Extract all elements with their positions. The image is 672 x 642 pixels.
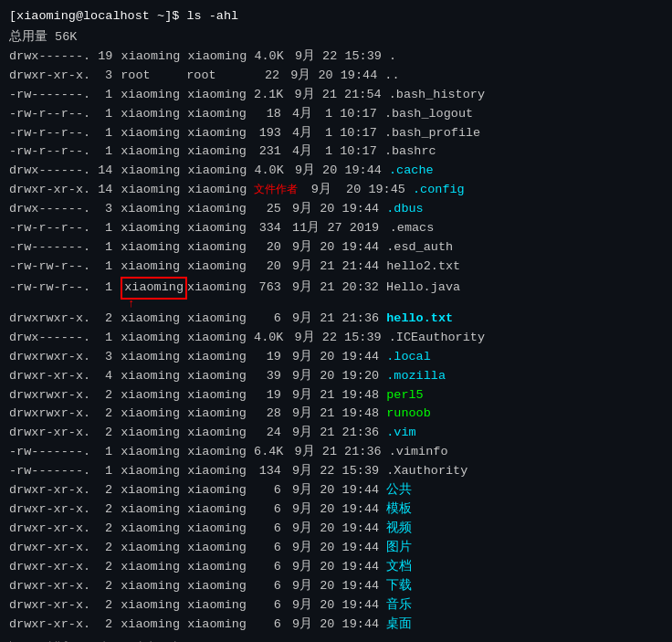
file-permissions: drwxr-xr-x. [9,500,98,520]
file-size: 193 [254,124,289,143]
file-name: .ICEauthority [389,329,485,348]
file-day: 20 [320,520,341,539]
link-count: 1 [98,279,120,298]
prompt-line: [xiaoming@localhost ~]$ ls -ahl [9,7,663,26]
file-permissions: -rw-------. [9,86,98,105]
file-month: 9月 [292,520,320,539]
file-size: 28 [254,405,289,424]
file-day: 20 [320,558,341,577]
link-count: 1 [98,443,120,462]
file-day: 21 [320,405,341,424]
file-size: 6 [254,310,289,329]
list-item: -rw-rw-r--. 1 xiaoming xiaoming 20 9月 21… [9,258,663,277]
file-size: 6 [254,481,289,500]
list-item: drwxr-xr-x. 2 xiaoming xiaoming 6 9月 20 … [9,481,663,500]
file-permissions: -rw-r--r--. [9,142,98,162]
file-size: 6 [254,616,289,635]
file-name: .bash_profile [384,124,480,143]
file-permissions: -rw-r--r--. [9,219,98,238]
file-time: 19:44 [342,200,387,219]
file-size: 39 [254,367,289,386]
file-owner: xiaoming [121,162,188,181]
file-owner: xiaoming [121,47,188,67]
file-permissions: drwx------. [9,200,98,219]
file-group: xiaoming [187,405,254,424]
file-name: 模板 [386,500,412,520]
file-owner: xiaoming [121,539,187,558]
file-size: 4.0K [254,47,291,67]
file-day: 20 [320,539,341,558]
file-month: 4月 [292,105,320,124]
file-name: .emacs [390,219,435,238]
file-month: 11月 [292,219,327,238]
file-group: xiaoming [187,181,254,200]
list-item: -rw-rw-r--. 1 xiaoming xiaoming 763 9月 2… [9,277,663,300]
file-size: 24 [254,424,289,443]
file-owner-boxed: xiaoming [121,277,187,300]
file-time: 19:44 [342,348,387,367]
file-day: 1 [320,142,340,162]
file-day: 20 [320,200,341,219]
file-group: xiaoming [187,310,254,329]
file-day: 20 [322,162,344,181]
list-item: -rw-r--r--. 1 xiaoming xiaoming 18 4月 1 … [9,105,663,124]
file-owner: xiaoming [121,443,187,462]
list-item: -rw-------. 1 xiaoming xiaoming 6.4K 9月 … [9,443,663,462]
file-day: 1 [320,105,340,124]
file-time: 21:36 [344,443,389,462]
link-count: 1 [98,86,120,105]
list-item: -rw-r--r--. 1 xiaoming xiaoming 231 4月 1… [9,142,663,162]
file-day: 21 [320,424,341,443]
list-item: drwx------. 14 xiaoming xiaoming 4.0K 9月… [9,162,663,181]
link-count: 2 [98,596,120,616]
file-time: 21:54 [344,86,389,105]
file-month: 4月 [292,142,320,162]
file-name: 下载 [386,577,412,596]
file-day: 21 [320,258,341,277]
file-month: 9月 [295,86,322,105]
link-count: 1 [98,329,120,348]
file-owner: xiaoming [121,616,187,635]
link-count: 2 [98,520,120,539]
list-item: drwxrwxr-x. 3 xiaoming xiaoming 19 9月 20… [9,348,663,367]
file-month: 9月 [292,405,320,424]
link-count: 14 [98,181,120,200]
file-owner: xiaoming [121,238,187,258]
file-time: 19:44 [342,500,387,520]
file-size: 6 [254,539,289,558]
file-name: runoob [386,405,431,424]
list-item: drwxrwxr-x. 2 xiaoming xiaoming 28 9月 21… [9,405,663,424]
file-permissions: -rw-r--r--. [9,105,98,124]
file-name: .. [384,67,399,86]
file-size: 20 [254,258,289,277]
file-size: 25 [254,200,289,219]
file-name: .config [413,181,465,200]
list-item: drwxrwxr-x. 2 xiaoming xiaoming 6 9月 21 … [9,310,663,329]
file-time: 19:48 [342,405,387,424]
file-month: 9月 [292,386,320,405]
file-group: xiaoming [187,367,254,386]
file-name: .bash_logout [384,105,473,124]
list-item: -rw-------. 1 xiaoming xiaoming 2.1K 9月 … [9,86,663,105]
file-owner: xiaoming [121,462,187,481]
list-item: drwx------. 1 xiaoming xiaoming 4.0K 9月 … [9,329,663,348]
file-permissions: drwxr-xr-x. [9,596,98,616]
file-day: 21 [320,386,341,405]
file-name: 视频 [386,520,412,539]
file-day: 21 [320,279,341,298]
file-group: xiaoming [187,86,254,105]
file-day: 22 [322,329,344,348]
file-month: 9月 [292,596,320,616]
file-owner: xiaoming [121,520,187,539]
file-name: 公共 [386,481,412,500]
file-owner: xiaoming [121,348,187,367]
file-name: 文档 [386,558,412,577]
file-size: 6.4K [254,443,291,462]
link-count: 2 [98,616,120,635]
file-size: 19 [254,348,289,367]
file-day: 20 [320,500,341,520]
link-count: 3 [98,67,120,86]
list-item: drwxr-xr-x. 2 xiaoming xiaoming 6 9月 20 … [9,539,663,558]
file-owner: xiaoming [121,405,187,424]
file-owner: xiaoming [121,596,187,616]
